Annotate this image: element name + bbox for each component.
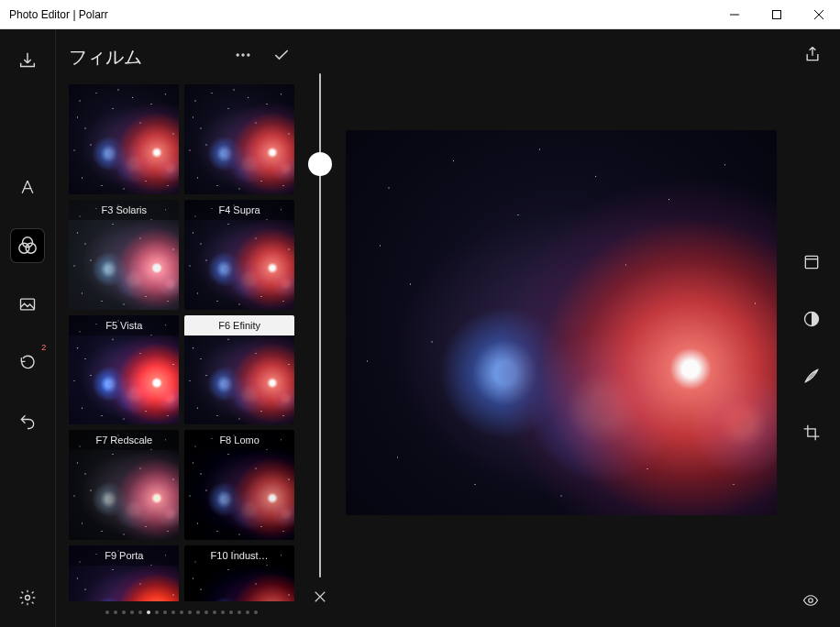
filters-button[interactable] — [11, 229, 44, 262]
crop-button[interactable] — [795, 416, 828, 449]
svg-rect-9 — [806, 256, 818, 268]
filter-label: F4 Supra — [184, 200, 294, 220]
maximize-button[interactable] — [756, 0, 798, 28]
contrast-button[interactable] — [795, 302, 828, 336]
brush-button[interactable] — [795, 359, 828, 392]
svg-point-3 — [26, 243, 36, 253]
panel-apply-button[interactable] — [269, 42, 294, 72]
intensity-slider-col — [302, 29, 338, 627]
svg-point-7 — [241, 53, 244, 56]
pager-dot[interactable] — [229, 610, 233, 614]
layers-button[interactable] — [795, 246, 828, 279]
filter-thumb[interactable]: F5 Vista — [69, 315, 179, 425]
svg-point-8 — [247, 53, 249, 56]
right-toolbar — [784, 29, 840, 627]
pager-dot[interactable] — [155, 610, 159, 614]
svg-rect-4 — [21, 299, 35, 310]
pager-dot[interactable] — [196, 610, 200, 614]
pager-dot[interactable] — [105, 610, 109, 614]
preview-toggle-button[interactable] — [800, 592, 822, 612]
filter-label: F8 Lomo — [184, 430, 294, 450]
filter-thumb[interactable]: F4 Supra — [184, 200, 294, 310]
svg-point-1 — [23, 237, 33, 248]
slider-close-button[interactable] — [312, 578, 328, 609]
filter-thumb[interactable]: F3 Solaris — [69, 200, 179, 310]
canvas-area — [338, 29, 784, 627]
filters-panel: フィルム F3 SolarisF4 SupraF5 VistaF6 Efinit… — [56, 29, 302, 627]
share-button[interactable] — [803, 44, 822, 68]
filter-thumb[interactable]: F8 Lomo — [184, 430, 294, 540]
filter-pager[interactable] — [69, 601, 294, 620]
window-title: Photo Editor | Polarr — [0, 8, 713, 21]
pager-dot[interactable] — [171, 610, 175, 614]
history-button[interactable]: 2 — [11, 346, 44, 380]
svg-point-5 — [26, 596, 30, 600]
pager-dot[interactable] — [204, 610, 208, 614]
close-button[interactable] — [798, 0, 840, 28]
intensity-slider-handle[interactable] — [308, 152, 332, 176]
pager-dot[interactable] — [213, 610, 216, 614]
text-tool-button[interactable] — [11, 170, 44, 204]
filter-label: F9 Porta — [69, 545, 179, 566]
minimize-button[interactable] — [713, 0, 756, 28]
filter-thumb[interactable]: F9 Porta — [69, 545, 179, 601]
image-button[interactable] — [11, 288, 44, 321]
filter-label: F3 Solaris — [69, 200, 179, 220]
history-badge: 2 — [41, 343, 46, 352]
pager-dot[interactable] — [138, 610, 142, 614]
pager-dot[interactable] — [246, 610, 249, 614]
pager-dot[interactable] — [221, 610, 225, 614]
svg-rect-0 — [773, 10, 781, 18]
filter-thumb[interactable]: F10 Indust… — [184, 545, 294, 601]
settings-button[interactable] — [11, 581, 44, 614]
filter-thumb[interactable]: F6 Efinity — [184, 315, 294, 425]
panel-title: フィルム — [69, 45, 217, 70]
filter-thumb[interactable]: F7 Redscale — [69, 430, 179, 540]
filter-thumb[interactable] — [184, 84, 294, 194]
pager-dot[interactable] — [180, 610, 183, 614]
app-root: 2 フィルム F3 SolarisF4 SupraF5 VistaF6 Efin… — [0, 29, 840, 627]
svg-point-11 — [809, 599, 813, 603]
filter-label: F6 Efinity — [184, 315, 294, 336]
pager-dot[interactable] — [147, 610, 150, 614]
undo-button[interactable] — [11, 405, 44, 438]
filter-label: F7 Redscale — [69, 430, 179, 450]
svg-point-6 — [237, 53, 239, 56]
pager-dot[interactable] — [254, 610, 258, 614]
pager-dot[interactable] — [238, 610, 241, 614]
pager-dot[interactable] — [122, 610, 126, 614]
titlebar: Photo Editor | Polarr — [0, 0, 840, 29]
filter-thumb[interactable] — [69, 84, 179, 194]
pager-dot[interactable] — [188, 610, 192, 614]
filter-label: F5 Vista — [69, 315, 179, 336]
pager-dot[interactable] — [163, 610, 167, 614]
main-canvas[interactable] — [346, 130, 777, 515]
pager-dot[interactable] — [130, 610, 134, 614]
filter-thumbnails: F3 SolarisF4 SupraF5 VistaF6 EfinityF7 R… — [69, 84, 294, 601]
import-button[interactable] — [11, 44, 44, 77]
filter-label: F10 Indust… — [184, 545, 294, 566]
intensity-slider[interactable] — [319, 73, 321, 578]
pager-dot[interactable] — [114, 610, 117, 614]
left-toolbar: 2 — [0, 29, 56, 627]
panel-more-button[interactable] — [230, 42, 256, 72]
